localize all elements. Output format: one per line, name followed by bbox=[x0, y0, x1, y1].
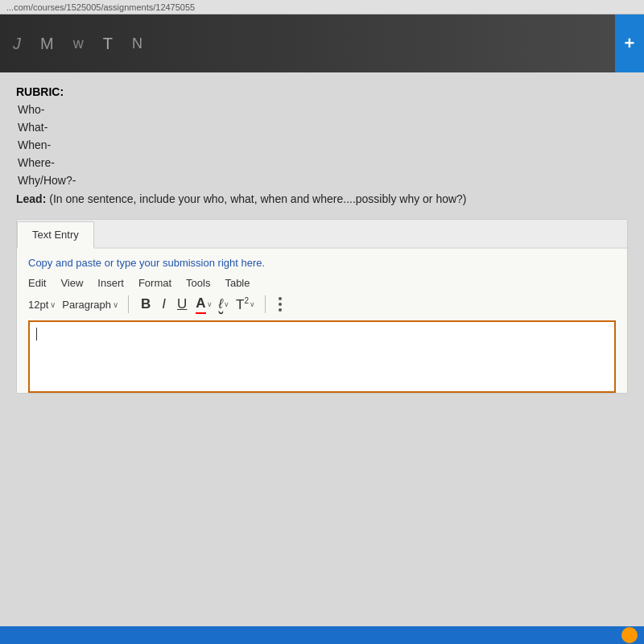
plus-button[interactable]: + bbox=[615, 14, 644, 72]
url-text: ...com/courses/1525005/assignments/12475… bbox=[6, 2, 195, 12]
tab-text-entry[interactable]: Text Entry bbox=[17, 221, 94, 249]
bottom-circle-icon bbox=[621, 627, 638, 643]
font-size-selector[interactable]: 12pt ∨ bbox=[28, 299, 56, 311]
italic-icon: I bbox=[162, 296, 166, 312]
highlight-button[interactable]: ℓ ∨ bbox=[219, 296, 230, 312]
font-color-button[interactable]: A ∨ bbox=[196, 295, 212, 314]
paragraph-label: Paragraph bbox=[62, 299, 111, 311]
menu-bar: Edit View Insert Format Tools Table bbox=[28, 277, 616, 289]
header-icon-t: T bbox=[103, 35, 113, 53]
superscript-icon: T2 bbox=[236, 296, 249, 313]
cursor bbox=[36, 328, 37, 341]
header-icons: J M w T N bbox=[13, 35, 142, 53]
header-image: J M w T N + bbox=[0, 14, 644, 72]
rubric-what: What- bbox=[16, 121, 628, 134]
underline-icon: U bbox=[177, 296, 187, 312]
header-icon-m: M bbox=[40, 35, 54, 53]
font-color-chevron: ∨ bbox=[207, 300, 213, 308]
submission-hint: Copy and paste or type your submission r… bbox=[28, 257, 616, 269]
tab-bar: Text Entry bbox=[17, 220, 627, 249]
tab-text-entry-label: Text Entry bbox=[32, 229, 79, 241]
rubric-who: Who- bbox=[16, 103, 628, 116]
menu-insert[interactable]: Insert bbox=[97, 277, 124, 289]
header-icon-n: N bbox=[132, 35, 142, 52]
paragraph-chevron: ∨ bbox=[113, 300, 118, 309]
bottom-bar bbox=[0, 626, 644, 644]
content-area: RUBRIC: Who- What- When- Where- Why/How?… bbox=[0, 72, 644, 644]
lead-text: (In one sentence, include your who, what… bbox=[46, 192, 466, 205]
paragraph-selector[interactable]: Paragraph ∨ bbox=[62, 299, 118, 311]
lead-label: Lead: bbox=[16, 192, 46, 205]
header-icon-j: J bbox=[13, 35, 21, 53]
superscript-button[interactable]: T2 ∨ bbox=[236, 296, 255, 313]
menu-format[interactable]: Format bbox=[138, 277, 171, 289]
rubric-title: RUBRIC: bbox=[16, 85, 628, 98]
menu-tools[interactable]: Tools bbox=[186, 277, 210, 289]
highlight-icon: ℓ bbox=[219, 296, 224, 312]
browser-bar: ...com/courses/1525005/assignments/12475… bbox=[0, 0, 644, 14]
italic-button[interactable]: I bbox=[159, 295, 168, 313]
menu-edit[interactable]: Edit bbox=[28, 277, 46, 289]
menu-view[interactable]: View bbox=[60, 277, 83, 289]
rubric-section: RUBRIC: Who- What- When- Where- Why/How?… bbox=[16, 85, 628, 208]
lead-line: Lead: (In one sentence, include your who… bbox=[16, 192, 628, 208]
rubric-whyhow: Why/How?- bbox=[16, 174, 628, 187]
rubric-where: Where- bbox=[16, 156, 628, 169]
rubric-when: When- bbox=[16, 138, 628, 151]
header-icon-w: w bbox=[73, 35, 84, 52]
toolbar-divider-1 bbox=[128, 295, 129, 313]
toolbar: 12pt ∨ Paragraph ∨ B I U bbox=[28, 295, 616, 314]
menu-table[interactable]: Table bbox=[225, 277, 250, 289]
toolbar-divider-2 bbox=[265, 295, 266, 313]
text-entry-container: Text Entry Copy and paste or type your s… bbox=[16, 219, 628, 394]
more-options-button[interactable] bbox=[275, 295, 285, 313]
highlight-chevron: ∨ bbox=[224, 300, 229, 308]
bold-icon: B bbox=[141, 296, 151, 312]
font-color-icon: A bbox=[196, 295, 205, 314]
editor-area: Copy and paste or type your submission r… bbox=[17, 249, 627, 393]
bold-button[interactable]: B bbox=[138, 295, 153, 313]
font-size-value: 12pt bbox=[28, 299, 48, 311]
font-size-chevron: ∨ bbox=[50, 300, 56, 309]
underline-button[interactable]: U bbox=[175, 295, 189, 313]
superscript-chevron: ∨ bbox=[250, 300, 255, 308]
text-input-box[interactable] bbox=[28, 320, 616, 393]
